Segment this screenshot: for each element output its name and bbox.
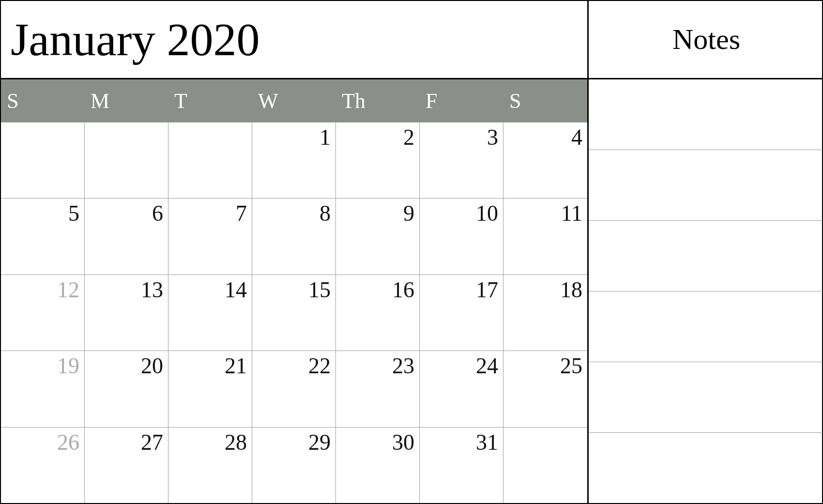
calendar-cell: 4 (503, 122, 587, 198)
notes-row-1[interactable] (589, 150, 823, 220)
notes-title: Notes (589, 1, 823, 79)
cell-number: 28 (225, 431, 247, 454)
notes-row-2[interactable] (589, 220, 823, 291)
calendar-cell: 18 (503, 275, 587, 351)
cell-number: 25 (560, 355, 582, 377)
cell-number: 26 (57, 431, 79, 454)
cell-number: 10 (476, 202, 498, 225)
cell-number: 2 (403, 126, 414, 149)
calendar-cell: 26 (1, 428, 85, 503)
cell-number: 30 (392, 431, 414, 454)
calendar-cell: 0 (85, 122, 168, 198)
cell-number: 6 (152, 202, 163, 225)
calendar-cell: 6 (85, 199, 168, 274)
month-year-label: January 2020 (11, 14, 260, 65)
day-header-th: Th (336, 79, 420, 122)
cell-number: 27 (141, 431, 163, 454)
calendar-cell: 22 (252, 351, 336, 427)
cell-number: 24 (476, 355, 498, 377)
calendar-cell: 24 (420, 351, 503, 427)
notes-label: Notes (672, 23, 740, 56)
calendar-cell: 0 (1, 122, 85, 198)
day-header-w: W (252, 79, 336, 122)
calendar-row-4: 2627282930310 (1, 427, 587, 503)
cell-number: 4 (571, 126, 582, 149)
cell-number: 15 (308, 279, 331, 301)
calendar-cell: 9 (336, 199, 420, 274)
calendar-cell: 11 (503, 199, 587, 274)
calendar-cell: 0 (168, 122, 252, 198)
day-header-f: F (420, 79, 503, 122)
calendar-cell: 2 (336, 122, 420, 198)
day-header-s: S (1, 79, 85, 122)
notes-row-0[interactable] (589, 79, 823, 150)
cell-number: 3 (487, 126, 498, 149)
cell-number: 18 (560, 279, 582, 301)
calendar-cell: 31 (420, 428, 503, 503)
calendar-cell: 17 (420, 275, 503, 351)
calendar-cell: 28 (168, 428, 252, 503)
cell-number: 20 (141, 355, 163, 377)
calendar-cell: 14 (168, 275, 252, 351)
calendar-cell: 3 (420, 122, 503, 198)
calendar-cell: 1 (252, 122, 336, 198)
calendar-grid: 0001234567891011121314151617181920212223… (1, 122, 587, 503)
calendar-wrapper: January 2020 SMTWThFS 000123456789101112… (0, 0, 823, 504)
cell-number: 29 (308, 431, 331, 454)
calendar-cell: 0 (503, 428, 587, 503)
day-header-s: S (503, 79, 587, 122)
calendar-cell: 29 (252, 428, 336, 503)
cell-number: 7 (236, 202, 247, 225)
calendar-title: January 2020 (1, 1, 587, 79)
calendar-main: January 2020 SMTWThFS 000123456789101112… (1, 1, 589, 503)
day-header-m: M (85, 79, 168, 122)
calendar-cell: 8 (252, 199, 336, 274)
cell-number: 31 (476, 431, 498, 454)
cell-number: 8 (320, 202, 331, 225)
calendar-cell: 20 (85, 351, 168, 427)
cell-number: 22 (308, 355, 331, 377)
cell-number: 9 (403, 202, 414, 225)
days-header-row: SMTWThFS (1, 79, 587, 122)
calendar-cell: 27 (85, 428, 168, 503)
calendar-cell: 12 (1, 275, 85, 351)
notes-panel: Notes (589, 1, 823, 503)
calendar-row-2: 12131415161718 (1, 275, 587, 351)
cell-number: 12 (57, 279, 79, 301)
cell-number: 19 (57, 355, 79, 377)
calendar-cell: 5 (1, 199, 85, 274)
cell-number: 16 (392, 279, 414, 301)
calendar-row-1: 567891011 (1, 198, 587, 274)
calendar-row-3: 19202122232425 (1, 351, 587, 427)
calendar-cell: 7 (168, 199, 252, 274)
calendar-cell: 23 (336, 351, 420, 427)
calendar-cell: 15 (252, 275, 336, 351)
day-header-t: T (168, 79, 252, 122)
cell-number: 23 (392, 355, 414, 377)
notes-row-4[interactable] (589, 362, 823, 432)
calendar-cell: 21 (168, 351, 252, 427)
cell-number: 11 (561, 202, 582, 225)
cell-number: 1 (320, 126, 331, 149)
calendar-cell: 30 (336, 428, 420, 503)
notes-row-3[interactable] (589, 291, 823, 362)
calendar-row-0: 0001234 (1, 122, 587, 198)
cell-number: 13 (141, 279, 163, 301)
calendar-cell: 10 (420, 199, 503, 274)
notes-row-5[interactable] (589, 432, 823, 503)
calendar-cell: 13 (85, 275, 168, 351)
cell-number: 17 (476, 279, 498, 301)
cell-number: 14 (225, 279, 247, 301)
calendar-cell: 25 (503, 351, 587, 427)
notes-rows (589, 79, 823, 503)
cell-number: 5 (68, 202, 79, 225)
calendar-cell: 16 (336, 275, 420, 351)
calendar-cell: 19 (1, 351, 85, 427)
cell-number: 21 (225, 355, 247, 377)
